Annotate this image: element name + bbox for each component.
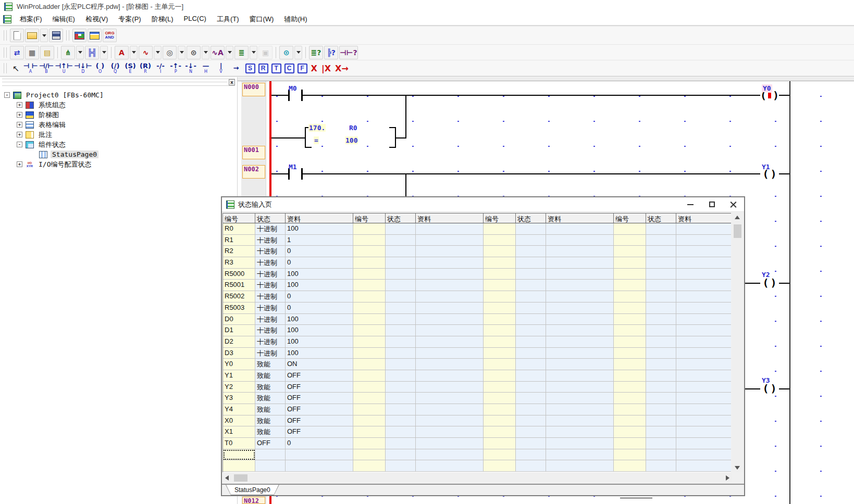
coil-reset-tool[interactable]: (R)R	[139, 62, 153, 74]
ladder-network-button[interactable]: ╠╣	[85, 46, 99, 59]
monitor-wave-dropdown[interactable]	[154, 46, 162, 59]
cell-id[interactable]: T0	[223, 438, 255, 449]
cell-value[interactable]	[546, 415, 614, 427]
network-label-n001[interactable]: N001	[242, 146, 265, 159]
force-io-dropdown[interactable]	[226, 46, 233, 59]
tree-item-[interactable]: -组件状态	[0, 140, 237, 149]
horizontal-scroll-thumb[interactable]	[234, 474, 247, 482]
cell-state[interactable]	[386, 235, 416, 246]
cell-state[interactable]	[386, 393, 416, 404]
column-header-value[interactable]: 资料	[676, 213, 731, 223]
cell-state[interactable]	[386, 257, 416, 269]
cell-value[interactable]	[676, 291, 731, 303]
cell-value[interactable]	[416, 438, 484, 449]
tree-expander-plus-icon[interactable]: +	[17, 102, 22, 108]
edit-element-button[interactable]: A	[115, 46, 129, 59]
cell-state[interactable]	[386, 370, 416, 382]
menu-item[interactable]: 编辑(E)	[47, 13, 80, 26]
cell-value[interactable]	[546, 269, 614, 280]
delete-row-icon[interactable]: X→	[335, 64, 349, 73]
cell-state[interactable]	[516, 246, 546, 257]
cell-state[interactable]	[646, 359, 676, 370]
cell-value[interactable]	[416, 460, 484, 472]
cell-value[interactable]	[676, 314, 731, 325]
cell-state[interactable]	[646, 382, 676, 393]
cell-value[interactable]: OFF	[286, 370, 353, 382]
cell-state[interactable]: 十进制	[255, 246, 286, 257]
coil-y0-label[interactable]: Y0	[762, 84, 772, 92]
cell-value[interactable]	[676, 404, 731, 415]
coil-set-tool[interactable]: (S)E	[123, 62, 138, 74]
cell-id[interactable]	[614, 359, 646, 370]
cell-state[interactable]	[516, 359, 546, 370]
cell-state[interactable]	[516, 382, 546, 393]
cell-value[interactable]	[416, 370, 484, 382]
function-c-tool[interactable]: C	[284, 64, 294, 73]
cell-id[interactable]	[484, 404, 516, 415]
cell-value[interactable]: OFF	[286, 382, 353, 393]
cell-id[interactable]	[353, 269, 386, 280]
cell-state[interactable]	[646, 438, 676, 449]
cell-id[interactable]	[353, 314, 386, 325]
cell-id[interactable]	[353, 370, 386, 382]
tree-item-io[interactable]: +I/OXYRI/O编号配置状态	[0, 159, 237, 169]
cell-state[interactable]: 致能	[255, 370, 286, 382]
cell-value[interactable]	[676, 449, 731, 461]
cell-value[interactable]	[676, 325, 731, 336]
cell-value[interactable]: 0	[286, 246, 353, 257]
column-header-state[interactable]: 状态	[255, 213, 286, 223]
edit-element-dropdown[interactable]	[130, 46, 138, 59]
cell-id[interactable]	[484, 223, 516, 235]
cell-state[interactable]	[386, 246, 416, 257]
cell-state[interactable]	[516, 280, 546, 291]
cell-value[interactable]	[546, 280, 614, 291]
cell-id[interactable]	[484, 426, 516, 438]
cell-value[interactable]	[416, 404, 484, 415]
cell-state[interactable]	[386, 449, 416, 461]
cell-state[interactable]	[386, 314, 416, 325]
cell-value[interactable]	[676, 359, 731, 370]
cell-id[interactable]	[353, 336, 386, 348]
cell-id[interactable]	[614, 393, 646, 404]
hline-tool[interactable]: —H	[199, 62, 213, 74]
coil-y2-label[interactable]: Y2	[762, 271, 770, 279]
arrow-tool[interactable]: →	[229, 65, 243, 72]
cell-state[interactable]	[386, 438, 416, 449]
monitor-wave-button[interactable]: ∿	[139, 46, 153, 59]
cell-state[interactable]	[386, 460, 416, 472]
cell-state[interactable]: 致能	[255, 382, 286, 393]
new-file-button[interactable]	[10, 29, 24, 42]
tree-expander-plus-icon[interactable]: +	[17, 161, 22, 167]
io-transfer-button[interactable]: ⇄	[10, 46, 24, 59]
connector-button[interactable]: ▦	[25, 46, 39, 59]
column-header-id[interactable]: 编号	[484, 213, 516, 223]
cell-value[interactable]	[676, 426, 731, 438]
cell-state[interactable]: 十进制	[255, 325, 286, 336]
cell-state[interactable]	[255, 460, 286, 472]
cell-value[interactable]	[676, 393, 731, 404]
ladder-network-dropdown[interactable]	[100, 46, 108, 59]
cell-value[interactable]	[416, 235, 484, 246]
invert-tool[interactable]: -/-I	[154, 62, 168, 74]
coil-y1-label[interactable]: Y1	[762, 163, 770, 171]
cell-value[interactable]	[676, 269, 731, 280]
cell-state[interactable]	[386, 359, 416, 370]
coil-y3[interactable]: ()	[760, 383, 779, 394]
run-plc-dropdown[interactable]	[178, 46, 185, 59]
cell-id[interactable]	[353, 235, 386, 246]
stop-plc-button[interactable]: ⊙	[187, 46, 201, 59]
contact-m0-label[interactable]: M0	[289, 84, 297, 92]
cell-id[interactable]	[484, 291, 516, 303]
cell-state[interactable]	[516, 291, 546, 303]
cell-value[interactable]: 0	[286, 257, 353, 269]
cell-state[interactable]: 十进制	[255, 269, 286, 280]
cell-id[interactable]	[353, 426, 386, 438]
cell-id[interactable]: R1	[223, 235, 255, 246]
menu-item[interactable]: 工具(T)	[212, 13, 244, 26]
menu-item[interactable]: 阶梯(L)	[146, 13, 179, 26]
open-file-button[interactable]	[25, 29, 39, 42]
project-network-dropdown[interactable]	[76, 46, 84, 59]
contact-m1-label[interactable]: M1	[289, 163, 297, 171]
cell-id[interactable]	[484, 246, 516, 257]
cell-value[interactable]	[546, 348, 614, 359]
